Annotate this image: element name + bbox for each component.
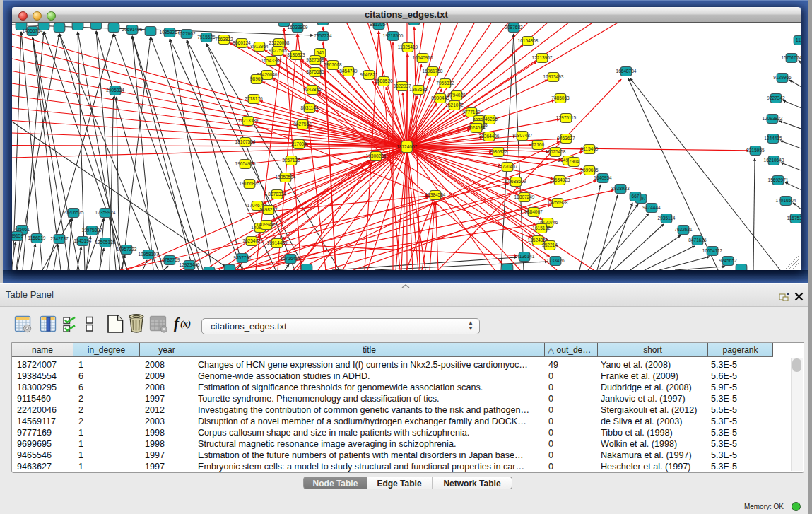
- svg-text:12505135: 12505135: [95, 240, 116, 245]
- svg-text:1362635: 1362635: [409, 87, 428, 92]
- svg-text:15751074: 15751074: [782, 55, 801, 60]
- svg-text:19218506: 19218506: [383, 33, 404, 38]
- svg-text:15720407: 15720407: [498, 164, 518, 169]
- svg-text:19384554: 19384554: [425, 192, 446, 197]
- svg-text:9245652: 9245652: [719, 258, 737, 263]
- svg-text:9327505: 9327505: [269, 48, 287, 53]
- svg-text:10154808: 10154808: [518, 38, 539, 43]
- svg-text:98965: 98965: [250, 76, 263, 81]
- svg-text:18807249: 18807249: [514, 194, 535, 199]
- svg-text:2342737: 2342737: [50, 236, 69, 241]
- svg-text:1156819: 1156819: [28, 235, 46, 240]
- svg-text:3624534: 3624534: [467, 125, 486, 130]
- svg-text:1733426: 1733426: [546, 258, 565, 263]
- svg-text:7485063: 7485063: [551, 95, 570, 100]
- svg-text:9777169: 9777169: [462, 110, 481, 115]
- svg-text:10688609: 10688609: [506, 179, 526, 184]
- svg-text:19654923: 19654923: [550, 177, 570, 182]
- svg-text:18724007: 18724007: [396, 144, 417, 149]
- svg-text:1167533: 1167533: [787, 216, 801, 221]
- svg-text:20364436: 20364436: [479, 134, 500, 139]
- svg-text:16640910: 16640910: [413, 55, 433, 60]
- svg-text:8878334: 8878334: [268, 192, 286, 197]
- svg-text:10973493: 10973493: [543, 74, 564, 79]
- svg-text:12093822: 12093822: [763, 116, 783, 121]
- svg-text:2087682: 2087682: [505, 25, 523, 30]
- svg-text:7663822: 7663822: [215, 37, 233, 42]
- svg-text:12923446: 12923446: [180, 262, 200, 267]
- svg-text:7986322: 7986322: [489, 149, 507, 154]
- svg-text:1640954: 1640954: [594, 175, 612, 180]
- svg-text:2967608: 2967608: [324, 62, 342, 67]
- svg-text:8031144: 8031144: [301, 105, 319, 110]
- svg-text:9699695: 9699695: [580, 168, 599, 173]
- svg-text:2905334: 2905334: [106, 88, 124, 93]
- svg-text:19166825: 19166825: [240, 181, 260, 186]
- svg-text:16782759: 16782759: [160, 257, 180, 262]
- svg-text:10654112: 10654112: [702, 248, 723, 253]
- svg-text:18107554: 18107554: [235, 139, 256, 144]
- svg-text:12975115: 12975115: [556, 115, 577, 120]
- svg-text:9463627: 9463627: [557, 136, 575, 141]
- svg-text:1145194: 1145194: [74, 238, 92, 243]
- svg-text:12213967: 12213967: [532, 55, 553, 60]
- svg-text:(x): (x): [180, 318, 191, 329]
- svg-text:9146821: 9146821: [360, 72, 378, 77]
- svg-text:3267130: 3267130: [282, 158, 300, 163]
- svg-text:8912954: 8912954: [250, 44, 269, 49]
- svg-text:9884067: 9884067: [524, 209, 543, 214]
- svg-text:19300235: 19300235: [366, 153, 387, 158]
- svg-text:217004: 217004: [291, 141, 307, 146]
- svg-text:62160: 62160: [531, 142, 544, 147]
- svg-text:10958107: 10958107: [139, 252, 159, 257]
- svg-text:17957223: 17957223: [117, 247, 137, 252]
- svg-text:23226058: 23226058: [269, 40, 290, 45]
- svg-text:8215955: 8215955: [746, 148, 765, 153]
- svg-text:2935114: 2935114: [658, 216, 676, 221]
- svg-text:667: 667: [632, 194, 640, 199]
- svg-text:f: f: [174, 315, 180, 332]
- svg-text:1588520: 1588520: [375, 78, 393, 83]
- svg-text:7955812: 7955812: [436, 81, 454, 86]
- svg-text:9857791: 9857791: [233, 255, 252, 260]
- svg-text:8186323: 8186323: [287, 52, 305, 57]
- svg-text:8813054: 8813054: [370, 23, 388, 27]
- svg-text:9327508: 9327508: [306, 57, 324, 62]
- svg-text:8660124: 8660124: [233, 40, 251, 45]
- svg-text:16543382: 16543382: [261, 58, 282, 63]
- svg-text:1615132: 1615132: [532, 226, 551, 230]
- svg-text:8938923: 8938923: [611, 186, 630, 191]
- svg-text:20206575: 20206575: [64, 210, 84, 215]
- svg-text:20691406: 20691406: [122, 27, 143, 32]
- svg-text:546: 546: [317, 50, 324, 55]
- svg-text:10807487: 10807487: [512, 133, 533, 138]
- svg-text:16961758: 16961758: [423, 69, 443, 74]
- svg-text:16914479: 16914479: [267, 240, 288, 245]
- svg-text:252214: 252214: [542, 243, 558, 247]
- svg-text:12213389: 12213389: [238, 118, 259, 123]
- svg-text:16210643: 16210643: [764, 158, 784, 163]
- svg-text:3498222: 3498222: [259, 207, 278, 212]
- svg-text:9474444: 9474444: [642, 205, 661, 210]
- svg-text:7632621: 7632621: [674, 227, 693, 232]
- svg-text:7357224: 7357224: [314, 33, 332, 38]
- svg-text:746266: 746266: [482, 117, 498, 122]
- svg-text:10025458: 10025458: [546, 149, 566, 154]
- svg-text:13353594: 13353594: [276, 175, 296, 180]
- svg-text:14136141: 14136141: [514, 254, 535, 259]
- svg-text:9227342: 9227342: [767, 95, 785, 100]
- svg-text:19756928: 19756928: [548, 200, 568, 205]
- svg-text:9427552: 9427552: [293, 122, 312, 127]
- svg-text:39159: 39159: [12, 233, 23, 238]
- svg-text:15692971: 15692971: [768, 177, 789, 182]
- svg-text:8990443: 8990443: [431, 95, 449, 100]
- svg-text:17016504: 17016504: [776, 198, 796, 203]
- svg-text:8471626: 8471626: [688, 238, 707, 243]
- svg-text:19654935: 19654935: [235, 161, 256, 166]
- svg-text:7904: 7904: [569, 159, 579, 164]
- svg-text:9129966: 9129966: [773, 75, 792, 80]
- svg-text:3875685: 3875685: [306, 69, 324, 74]
- svg-text:16648784: 16648784: [616, 69, 637, 74]
- svg-text:15716485: 15716485: [281, 256, 301, 261]
- svg-text:111: 111: [796, 37, 801, 42]
